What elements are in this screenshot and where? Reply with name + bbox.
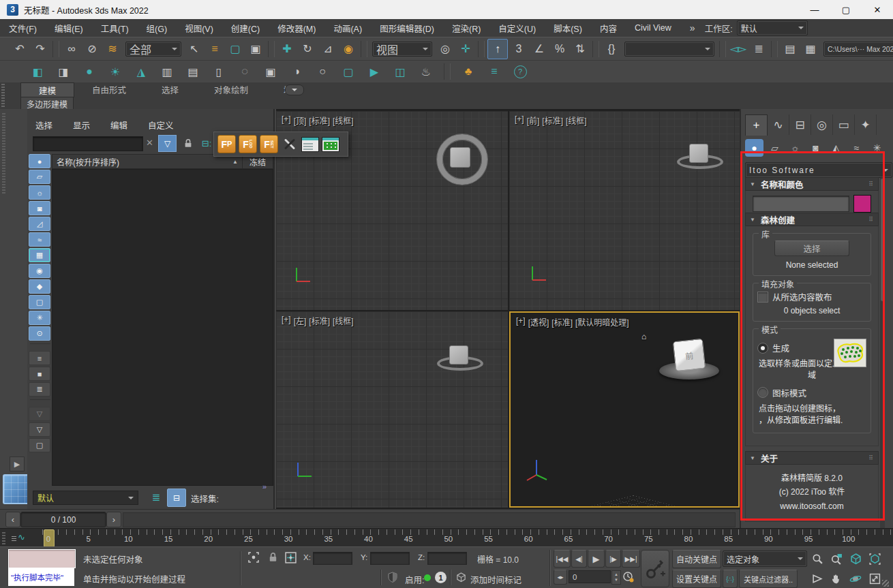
absolute-offset-toggle-icon[interactable] — [284, 551, 297, 564]
auto-key-button[interactable]: 自动关键点 — [672, 550, 721, 568]
rollout-grip-icon[interactable]: ⠿ — [868, 454, 874, 461]
forest-pack-trees-icon[interactable]: ♣ — [459, 62, 478, 81]
frame-spinner[interactable]: ▲▼ — [611, 570, 621, 585]
bind-spacewarp-icon[interactable]: ≋ — [103, 40, 122, 59]
lock-icon[interactable] — [181, 136, 195, 150]
rect-selection-icon[interactable]: ▢ — [226, 40, 245, 59]
ribbon-subtab-polymodeling[interactable]: 多边形建模 — [20, 97, 74, 110]
tab-motion[interactable]: ◎ — [811, 114, 833, 135]
rollout-header[interactable]: ▼ 关于 ⠿ — [745, 451, 879, 465]
menu-item[interactable]: 文件(F) — [0, 19, 46, 37]
ribbon-tab-modeling[interactable]: 建模 — [20, 82, 74, 97]
clear-search-icon[interactable]: ✕ — [146, 138, 153, 148]
viewport-label-segment[interactable]: [标准] — [309, 114, 330, 126]
separator[interactable] — [52, 41, 59, 57]
field-of-view-icon[interactable] — [808, 570, 826, 587]
viewport-label-segment[interactable]: [默认明暗处理] — [575, 316, 629, 328]
layer-dropdown[interactable]: 默认 — [33, 491, 138, 505]
menu-item[interactable]: 内容 — [591, 19, 626, 37]
pages-icon[interactable]: ▣ — [261, 62, 280, 81]
ribbon-tab-selection[interactable]: 选择 — [144, 82, 196, 97]
zoom-all-icon[interactable] — [828, 550, 845, 568]
key-filters-button[interactable]: 关键点过滤器.. — [739, 570, 798, 588]
display-cameras-toggle[interactable]: ◙ — [29, 201, 50, 215]
layers-icon[interactable]: ≣ — [149, 489, 164, 506]
menu-item[interactable]: 编辑(E) — [46, 19, 92, 37]
collapse-arrow-icon[interactable]: ▼ — [750, 455, 755, 461]
move-icon[interactable]: ✚ — [277, 40, 297, 59]
viewport-label-segment[interactable]: [+] — [516, 316, 526, 328]
menu-overflow-icon[interactable]: » — [690, 22, 695, 33]
go-to-start-button[interactable]: |◀◀ — [554, 550, 571, 568]
forest-lod-button[interactable]: FLOD — [239, 135, 257, 153]
select-object-icon[interactable]: ↖ — [185, 40, 204, 59]
name-column-header[interactable]: 名称(按升序排序) — [52, 156, 119, 168]
display-spacewarps-toggle[interactable]: ≈ — [29, 232, 50, 247]
menu-item[interactable]: Civil View — [626, 19, 680, 37]
leaf-doc-icon[interactable]: ▥ — [157, 62, 177, 81]
separator[interactable] — [268, 41, 275, 57]
display-bones-toggle[interactable]: ◆ — [29, 279, 50, 294]
tree-icon[interactable]: ◮ — [132, 62, 151, 81]
separator[interactable] — [478, 41, 485, 57]
percent-snap-icon[interactable]: % — [550, 40, 569, 59]
explorer-overflow-icon[interactable]: » — [262, 482, 267, 491]
project-folder-dropdown[interactable]: C:\Users\··· Max 2022 — [823, 42, 893, 57]
tree-doc-icon[interactable]: ▯ — [209, 62, 228, 81]
separator[interactable] — [719, 41, 726, 57]
viewcube-front-face[interactable]: 前 — [684, 349, 694, 361]
rollout-header[interactable]: ▼ 森林创建 ⠿ — [745, 213, 879, 226]
filter-settings-button[interactable]: ▽ — [29, 407, 50, 421]
forest-pack-button[interactable]: FP — [217, 135, 236, 153]
hierarchy-view-button[interactable]: ⊟ — [167, 489, 186, 507]
curve-editor-icon[interactable]: ▤ — [781, 40, 800, 59]
maxscript-mini-listener-input[interactable] — [8, 549, 76, 568]
menu-item[interactable]: 组(G) — [138, 19, 177, 37]
forest-library-icon[interactable] — [322, 137, 339, 152]
previous-frame-button[interactable]: ◀| — [571, 550, 587, 568]
selection-filter-dropdown[interactable]: 全部 — [125, 42, 181, 57]
menu-item[interactable]: 视图(V) — [176, 19, 222, 37]
key-filter-dropdown[interactable]: 选定对象 — [723, 551, 807, 567]
viewport-perspective-active[interactable]: [+][透视][标准][默认明暗处理] ⌂ 前 — [509, 311, 740, 508]
place-icon[interactable]: ◉ — [339, 40, 358, 59]
maximize-button[interactable]: ▢ — [830, 1, 862, 19]
angle-snap-icon[interactable]: ∠ — [530, 40, 549, 59]
time-configuration-icon[interactable] — [622, 570, 635, 584]
itoo-doc-icon[interactable]: ≡ — [485, 62, 504, 81]
viewport-left[interactable]: [+][左][标准][线框] — [276, 311, 508, 508]
viewport-label-segment[interactable]: [+] — [282, 114, 291, 126]
viewport-label-segment[interactable]: [+] — [282, 315, 291, 326]
next-frame-button[interactable]: |▶ — [605, 550, 621, 568]
explorer-menu-item[interactable]: 编辑 — [110, 119, 127, 131]
named-sets-icon[interactable]: {} — [602, 40, 621, 59]
teapot-icon[interactable]: ♨ — [417, 62, 436, 81]
scatter-checkbox[interactable] — [757, 292, 768, 303]
current-frame-field[interactable]: 0 — [569, 570, 611, 583]
x-coordinate-field[interactable] — [313, 552, 352, 565]
explorer-menu-item[interactable]: 自定义 — [148, 119, 174, 131]
object-color-swatch[interactable] — [853, 195, 871, 213]
viewcube[interactable] — [437, 339, 481, 369]
count-badge[interactable]: 1 — [435, 572, 446, 583]
maximize-viewport-toggle-icon[interactable] — [866, 570, 883, 587]
about-website-link[interactable]: www.itoosoft.com — [748, 499, 875, 513]
named-sets-dropdown[interactable] — [624, 42, 714, 57]
help-icon[interactable]: ? — [511, 62, 530, 81]
forest-stats-icon[interactable] — [301, 137, 319, 152]
library-select-button[interactable]: 选择 — [774, 241, 849, 256]
selection-lock-icon[interactable] — [266, 551, 279, 564]
select-manipulate-icon[interactable]: ✛ — [456, 40, 475, 59]
render-ring-icon[interactable]: ◌ — [235, 62, 254, 81]
snap-toggle-icon[interactable]: 3 — [509, 40, 528, 59]
tab-hierarchy[interactable]: ⊟ — [789, 114, 811, 135]
zoom-extents-icon[interactable] — [847, 550, 864, 568]
display-helpers-toggle[interactable]: ◿ — [29, 217, 50, 231]
separator[interactable] — [444, 63, 451, 80]
render-setup-icon[interactable]: ▢ — [339, 62, 358, 81]
viewport-label-segment[interactable]: [+] — [515, 114, 524, 126]
keyboard-override-icon[interactable]: ↑ — [487, 39, 508, 59]
viewport-label-segment[interactable]: [线框] — [333, 315, 354, 326]
subtab-geometry[interactable]: ● — [745, 139, 763, 157]
subtab-systems[interactable]: ✳ — [868, 139, 886, 157]
